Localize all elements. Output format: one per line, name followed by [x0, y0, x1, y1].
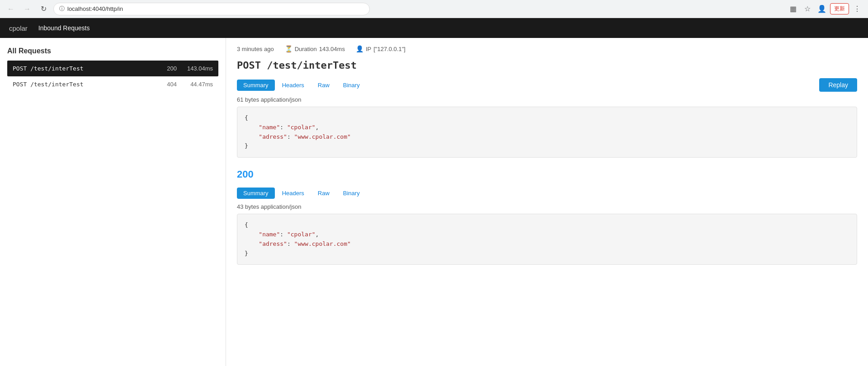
tab-request-binary[interactable]: Binary	[337, 80, 366, 91]
person-icon: 👤	[356, 45, 363, 52]
tab-request-headers[interactable]: Headers	[276, 80, 311, 91]
url-text: localhost:4040/http/in	[67, 5, 123, 12]
update-button[interactable]: 更新	[830, 3, 849, 14]
forward-button[interactable]: →	[21, 3, 33, 15]
reload-button[interactable]: ↻	[37, 3, 50, 15]
request-title: POST /test/interTest	[237, 60, 857, 71]
code-line: {	[245, 221, 849, 230]
request-method-path: POST /test/interTest	[13, 81, 150, 88]
back-button[interactable]: ←	[5, 3, 17, 15]
code-line: {	[245, 113, 849, 123]
meta-bar: 3 minutes ago ⏳ Duration 143.04ms 👤 IP […	[237, 45, 857, 52]
response-tabs-row: Summary Headers Raw Binary	[237, 188, 857, 199]
code-line: "adress": "www.cpolar.com"	[245, 239, 849, 249]
browser-actions: ▦ ☆ 👤 更新 ⋮	[787, 3, 863, 15]
request-status: 404	[150, 81, 177, 88]
app-header: cpolar Inbound Requests	[0, 18, 868, 38]
tab-response-headers[interactable]: Headers	[276, 188, 311, 199]
request-row[interactable]: POST /test/interTest 404 44.47ms	[7, 76, 218, 92]
ip-meta: 👤 IP ["127.0.0.1"]	[356, 45, 406, 52]
tab-request-summary[interactable]: Summary	[237, 80, 275, 91]
clock-icon: ⏳	[285, 45, 292, 52]
star-button[interactable]: ☆	[801, 3, 814, 15]
request-bytes-info: 61 bytes application/json	[237, 96, 857, 103]
app-logo: cpolar	[9, 24, 28, 32]
code-line: "adress": "www.cpolar.com"	[245, 132, 849, 142]
response-status: 200	[237, 169, 857, 180]
right-panel: 3 minutes ago ⏳ Duration 143.04ms 👤 IP […	[226, 38, 868, 366]
request-method-path: POST /test/interTest	[13, 65, 150, 72]
code-line: }	[245, 141, 849, 151]
profile-button[interactable]: 👤	[816, 3, 828, 15]
request-status: 200	[150, 65, 177, 72]
request-tabs: Summary Headers Raw Binary	[237, 80, 366, 91]
code-line: "name": "cpolar",	[245, 123, 849, 132]
request-duration: 143.04ms	[177, 65, 213, 72]
tab-response-raw[interactable]: Raw	[311, 188, 336, 199]
code-line: "name": "cpolar",	[245, 230, 849, 239]
nav-inbound-requests[interactable]: Inbound Requests	[38, 24, 90, 32]
code-line: }	[245, 249, 849, 258]
address-bar[interactable]: ⓘ localhost:4040/http/in	[53, 3, 370, 15]
response-tabs: Summary Headers Raw Binary	[237, 188, 366, 199]
browser-chrome: ← → ↻ ⓘ localhost:4040/http/in ▦ ☆ 👤 更新 …	[0, 0, 868, 18]
response-code-block: { "name": "cpolar", "adress": "www.cpola…	[237, 214, 857, 265]
left-panel: All Requests POST /test/interTest 200 14…	[0, 38, 226, 366]
request-tabs-row: Summary Headers Raw Binary Replay	[237, 78, 857, 92]
response-bytes-info: 43 bytes application/json	[237, 203, 857, 210]
request-duration: 44.47ms	[177, 81, 213, 88]
lock-icon: ⓘ	[59, 5, 65, 13]
main-content: All Requests POST /test/interTest 200 14…	[0, 38, 868, 366]
tab-request-raw[interactable]: Raw	[311, 80, 336, 91]
request-code-block: { "name": "cpolar", "adress": "www.cpola…	[237, 107, 857, 158]
tab-response-binary[interactable]: Binary	[337, 188, 366, 199]
request-row[interactable]: POST /test/interTest 200 143.04ms	[7, 61, 218, 76]
duration-meta: ⏳ Duration 143.04ms	[285, 45, 345, 52]
tab-response-summary[interactable]: Summary	[237, 188, 275, 199]
replay-button[interactable]: Replay	[819, 78, 857, 92]
time-ago: 3 minutes ago	[237, 46, 274, 52]
menu-button[interactable]: ⋮	[851, 3, 863, 15]
extensions-button[interactable]: ▦	[787, 3, 799, 15]
all-requests-title: All Requests	[7, 47, 218, 55]
